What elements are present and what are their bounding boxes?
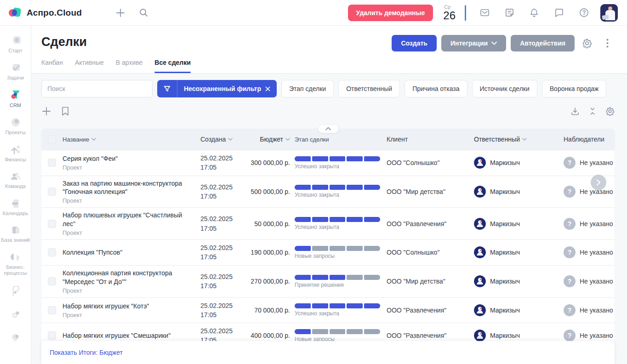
column-header-stage[interactable]: Этап сделки bbox=[295, 136, 329, 143]
chat-icon[interactable] bbox=[551, 5, 567, 21]
mail-icon[interactable] bbox=[476, 5, 493, 21]
deal-client[interactable]: ООО "Развлечения" bbox=[387, 307, 474, 314]
filter-chip-source[interactable]: Источник сделки bbox=[472, 80, 537, 97]
deal-stage[interactable]: Успешно закрыта bbox=[295, 217, 387, 230]
row-checkbox[interactable] bbox=[48, 248, 56, 256]
deal-title[interactable]: Серия кукол "Феи" bbox=[63, 154, 193, 163]
search-input[interactable] bbox=[47, 85, 147, 92]
table-settings-gear-icon[interactable] bbox=[605, 107, 615, 116]
notifications-bell-icon[interactable] bbox=[526, 5, 542, 21]
sidebar-item-start[interactable]: Старт bbox=[1, 32, 30, 57]
select-all-checkbox[interactable] bbox=[48, 135, 56, 143]
active-filter-chip[interactable]: Несохраненный фильтр bbox=[157, 80, 277, 97]
row-checkbox[interactable] bbox=[48, 277, 56, 285]
filter-chip-reject-reason[interactable]: Причина отказа bbox=[405, 80, 467, 97]
tab-канбан[interactable]: Канбан bbox=[41, 59, 63, 73]
deal-stage[interactable]: Принятие решения bbox=[295, 275, 387, 288]
sidebar-item-kb[interactable]: База знаний bbox=[1, 222, 30, 247]
help-icon[interactable] bbox=[576, 5, 592, 21]
bookmark-icon[interactable] bbox=[62, 107, 69, 116]
sidebar-item-team[interactable]: Команда bbox=[1, 168, 30, 193]
deal-assignee[interactable]: Маркизыч bbox=[474, 186, 564, 198]
tab-все-сделки[interactable]: Все сделки bbox=[154, 59, 191, 73]
deal-client[interactable]: ООО "Развлечения" bbox=[387, 332, 474, 339]
sidebar-item-finance[interactable]: Финансы bbox=[1, 141, 30, 166]
deal-title[interactable]: Набор мягких игрушек "Смешарики" bbox=[63, 331, 193, 340]
sidebar-item-crm[interactable]: CRM bbox=[1, 86, 30, 112]
clear-filter-icon[interactable] bbox=[265, 86, 270, 91]
deal-client[interactable]: ООО "Солнышко" bbox=[387, 159, 474, 166]
notes-icon[interactable] bbox=[501, 5, 518, 21]
collapse-rows-icon[interactable] bbox=[589, 107, 596, 115]
deal-title[interactable]: Набор плюшевых игрушек "Счастливый лес" bbox=[63, 211, 193, 228]
deal-client[interactable]: ООО "Солнышко" bbox=[387, 249, 474, 256]
sidebar-item-tasks[interactable]: Задачи bbox=[1, 59, 30, 85]
sidebar-item-bp[interactable]: Бизнес-процессы bbox=[1, 249, 30, 279]
row-checkbox[interactable] bbox=[48, 159, 56, 167]
scroll-right-button[interactable] bbox=[591, 175, 606, 190]
table-row[interactable]: Серия кукол "Феи" Проект 25.02.2025 17:0… bbox=[41, 150, 615, 176]
column-header-created[interactable]: Создана bbox=[200, 135, 233, 144]
deal-title[interactable]: Набор мягких игрушек "Котэ" bbox=[63, 302, 193, 311]
sidebar-item-bubble[interactable] bbox=[1, 328, 30, 350]
deal-client[interactable]: ООО "Мир детства" bbox=[387, 188, 474, 195]
deal-title[interactable]: Заказ на партию машинок-конструктора "Го… bbox=[63, 179, 193, 197]
deal-assignee[interactable]: Маркизыч bbox=[474, 275, 564, 287]
collapse-table-button[interactable] bbox=[318, 124, 339, 133]
show-totals-link[interactable]: Показать Итоги: Бюджет bbox=[50, 349, 123, 356]
kebab-menu-icon[interactable] bbox=[599, 35, 615, 51]
integrations-button[interactable]: Интеграции bbox=[441, 35, 506, 51]
deal-client[interactable]: ООО "Мир детства" bbox=[387, 278, 474, 285]
row-checkbox[interactable] bbox=[48, 188, 56, 196]
sidebar-item-projects[interactable]: Проекты bbox=[1, 114, 30, 139]
user-avatar[interactable] bbox=[600, 4, 618, 22]
funnel-filter-icon[interactable] bbox=[157, 85, 177, 93]
sidebar-item-gear2[interactable] bbox=[1, 305, 30, 326]
add-filter-icon[interactable] bbox=[41, 106, 51, 116]
table-row[interactable]: Набор плюшевых игрушек "Счастливый лес" … bbox=[41, 207, 615, 239]
deal-title[interactable]: Коллекция "Пупсов" bbox=[63, 248, 193, 257]
create-plus-icon[interactable] bbox=[112, 5, 129, 21]
deal-stage[interactable]: Успешно закрыта bbox=[295, 156, 387, 170]
deal-watchers[interactable]: ? Не указано bbox=[564, 304, 615, 316]
row-checkbox[interactable] bbox=[48, 220, 56, 228]
column-header-client[interactable]: Клиент bbox=[387, 136, 408, 143]
settings-gear-icon[interactable] bbox=[579, 35, 595, 51]
table-row[interactable]: Коллекция "Пупсов" 25.02.2025 17:05 190 … bbox=[41, 239, 615, 265]
search-icon[interactable] bbox=[135, 5, 152, 21]
deal-watchers[interactable]: ? Не указано bbox=[564, 218, 615, 230]
row-checkbox[interactable] bbox=[48, 306, 56, 314]
deal-assignee[interactable]: Маркизыч bbox=[474, 304, 564, 316]
deal-client[interactable]: ООО "Развлечения" bbox=[387, 220, 474, 228]
deal-assignee[interactable]: Маркизыч bbox=[474, 330, 564, 341]
deal-stage[interactable]: Новые запросы bbox=[295, 246, 387, 259]
deal-watchers[interactable]: ? Не указано bbox=[564, 157, 615, 169]
table-row[interactable]: Заказ на партию машинок-конструктора "Го… bbox=[41, 176, 615, 208]
deal-title[interactable]: Коллекционная партия конструктора "Мерсе… bbox=[63, 269, 193, 286]
table-row[interactable]: Коллекционная партия конструктора "Мерсе… bbox=[41, 265, 615, 297]
table-row[interactable]: Набор мягких игрушек "Котэ" Проект 25.02… bbox=[41, 297, 615, 323]
sidebar-item-pin[interactable] bbox=[1, 281, 30, 303]
filter-chip-funnel[interactable]: Воронка продаж bbox=[542, 80, 607, 97]
sidebar-item-calendar[interactable]: Календарь bbox=[1, 195, 30, 220]
tab-активные[interactable]: Активные bbox=[75, 59, 104, 73]
calendar-widget[interactable]: Ср 26 bbox=[443, 5, 456, 21]
deal-assignee[interactable]: Маркизыч bbox=[474, 218, 564, 230]
deal-assignee[interactable]: Маркизыч bbox=[474, 246, 564, 258]
deal-stage[interactable]: Успешно закрыта bbox=[295, 303, 387, 317]
autoactions-button[interactable]: Автодействия bbox=[511, 35, 575, 51]
column-header-budget[interactable]: Бюджет bbox=[260, 136, 290, 143]
delete-demo-button[interactable]: Удалить демоданные bbox=[348, 5, 433, 21]
deal-stage[interactable]: Новые запросы bbox=[295, 329, 387, 342]
tab-в-архиве[interactable]: В архиве bbox=[116, 59, 143, 73]
export-download-icon[interactable] bbox=[570, 107, 580, 116]
column-header-name[interactable]: Название bbox=[63, 136, 96, 143]
search-box[interactable] bbox=[41, 80, 153, 97]
deal-watchers[interactable]: ? Не указано bbox=[564, 186, 615, 198]
create-deal-button[interactable]: Создать bbox=[392, 35, 437, 51]
row-checkbox[interactable] bbox=[48, 331, 56, 340]
deal-watchers[interactable]: ? Не указано bbox=[564, 330, 615, 341]
brand[interactable]: Аспро.Cloud bbox=[8, 7, 82, 19]
deal-watchers[interactable]: ? Не указано bbox=[564, 246, 615, 258]
column-header-watchers[interactable]: Наблюдатели bbox=[564, 136, 604, 143]
